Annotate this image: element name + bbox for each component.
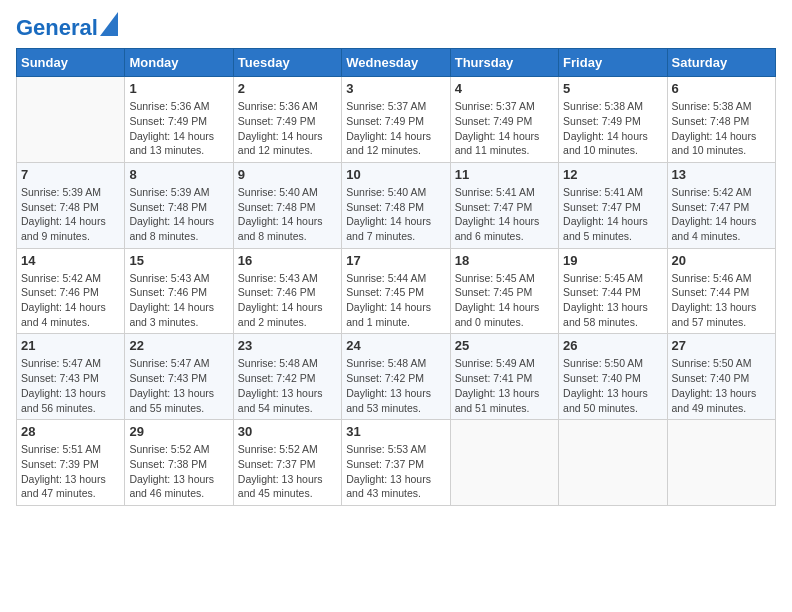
day-cell: 22 Sunrise: 5:47 AMSunset: 7:43 PMDaylig… (125, 334, 233, 420)
day-cell (17, 77, 125, 163)
day-number: 24 (346, 338, 445, 353)
day-cell: 31 Sunrise: 5:53 AMSunset: 7:37 PMDaylig… (342, 420, 450, 506)
day-info: Sunrise: 5:39 AMSunset: 7:48 PMDaylight:… (129, 185, 228, 244)
day-info: Sunrise: 5:49 AMSunset: 7:41 PMDaylight:… (455, 356, 554, 415)
day-number: 2 (238, 81, 337, 96)
day-cell (667, 420, 775, 506)
day-info: Sunrise: 5:42 AMSunset: 7:46 PMDaylight:… (21, 271, 120, 330)
day-info: Sunrise: 5:51 AMSunset: 7:39 PMDaylight:… (21, 442, 120, 501)
day-cell: 3 Sunrise: 5:37 AMSunset: 7:49 PMDayligh… (342, 77, 450, 163)
day-number: 18 (455, 253, 554, 268)
day-info: Sunrise: 5:36 AMSunset: 7:49 PMDaylight:… (129, 99, 228, 158)
day-cell: 30 Sunrise: 5:52 AMSunset: 7:37 PMDaylig… (233, 420, 341, 506)
day-info: Sunrise: 5:48 AMSunset: 7:42 PMDaylight:… (238, 356, 337, 415)
day-info: Sunrise: 5:40 AMSunset: 7:48 PMDaylight:… (346, 185, 445, 244)
day-number: 25 (455, 338, 554, 353)
day-number: 17 (346, 253, 445, 268)
day-number: 13 (672, 167, 771, 182)
day-cell: 5 Sunrise: 5:38 AMSunset: 7:49 PMDayligh… (559, 77, 667, 163)
day-cell: 26 Sunrise: 5:50 AMSunset: 7:40 PMDaylig… (559, 334, 667, 420)
day-cell: 4 Sunrise: 5:37 AMSunset: 7:49 PMDayligh… (450, 77, 558, 163)
day-info: Sunrise: 5:52 AMSunset: 7:37 PMDaylight:… (238, 442, 337, 501)
col-header-wednesday: Wednesday (342, 49, 450, 77)
day-info: Sunrise: 5:38 AMSunset: 7:49 PMDaylight:… (563, 99, 662, 158)
day-number: 12 (563, 167, 662, 182)
day-cell: 21 Sunrise: 5:47 AMSunset: 7:43 PMDaylig… (17, 334, 125, 420)
day-cell: 24 Sunrise: 5:48 AMSunset: 7:42 PMDaylig… (342, 334, 450, 420)
day-cell: 10 Sunrise: 5:40 AMSunset: 7:48 PMDaylig… (342, 162, 450, 248)
day-cell: 17 Sunrise: 5:44 AMSunset: 7:45 PMDaylig… (342, 248, 450, 334)
day-number: 11 (455, 167, 554, 182)
svg-marker-0 (100, 12, 118, 36)
day-number: 6 (672, 81, 771, 96)
day-number: 22 (129, 338, 228, 353)
day-cell: 18 Sunrise: 5:45 AMSunset: 7:45 PMDaylig… (450, 248, 558, 334)
page-header: General (16, 16, 776, 36)
day-info: Sunrise: 5:47 AMSunset: 7:43 PMDaylight:… (21, 356, 120, 415)
calendar-table: SundayMondayTuesdayWednesdayThursdayFrid… (16, 48, 776, 506)
day-number: 19 (563, 253, 662, 268)
day-info: Sunrise: 5:46 AMSunset: 7:44 PMDaylight:… (672, 271, 771, 330)
day-number: 28 (21, 424, 120, 439)
day-number: 7 (21, 167, 120, 182)
day-info: Sunrise: 5:53 AMSunset: 7:37 PMDaylight:… (346, 442, 445, 501)
day-cell: 1 Sunrise: 5:36 AMSunset: 7:49 PMDayligh… (125, 77, 233, 163)
day-info: Sunrise: 5:38 AMSunset: 7:48 PMDaylight:… (672, 99, 771, 158)
day-cell: 14 Sunrise: 5:42 AMSunset: 7:46 PMDaylig… (17, 248, 125, 334)
week-row-3: 14 Sunrise: 5:42 AMSunset: 7:46 PMDaylig… (17, 248, 776, 334)
day-cell: 27 Sunrise: 5:50 AMSunset: 7:40 PMDaylig… (667, 334, 775, 420)
logo-icon (100, 12, 118, 36)
day-info: Sunrise: 5:43 AMSunset: 7:46 PMDaylight:… (129, 271, 228, 330)
day-number: 9 (238, 167, 337, 182)
day-number: 16 (238, 253, 337, 268)
day-info: Sunrise: 5:45 AMSunset: 7:44 PMDaylight:… (563, 271, 662, 330)
day-cell: 7 Sunrise: 5:39 AMSunset: 7:48 PMDayligh… (17, 162, 125, 248)
day-number: 26 (563, 338, 662, 353)
day-number: 31 (346, 424, 445, 439)
day-cell: 2 Sunrise: 5:36 AMSunset: 7:49 PMDayligh… (233, 77, 341, 163)
day-cell: 11 Sunrise: 5:41 AMSunset: 7:47 PMDaylig… (450, 162, 558, 248)
logo-text-line1: General (16, 16, 98, 40)
day-cell: 16 Sunrise: 5:43 AMSunset: 7:46 PMDaylig… (233, 248, 341, 334)
day-info: Sunrise: 5:48 AMSunset: 7:42 PMDaylight:… (346, 356, 445, 415)
day-info: Sunrise: 5:41 AMSunset: 7:47 PMDaylight:… (563, 185, 662, 244)
col-header-tuesday: Tuesday (233, 49, 341, 77)
week-row-4: 21 Sunrise: 5:47 AMSunset: 7:43 PMDaylig… (17, 334, 776, 420)
day-cell: 19 Sunrise: 5:45 AMSunset: 7:44 PMDaylig… (559, 248, 667, 334)
day-number: 21 (21, 338, 120, 353)
day-number: 4 (455, 81, 554, 96)
day-info: Sunrise: 5:41 AMSunset: 7:47 PMDaylight:… (455, 185, 554, 244)
day-cell: 13 Sunrise: 5:42 AMSunset: 7:47 PMDaylig… (667, 162, 775, 248)
day-info: Sunrise: 5:37 AMSunset: 7:49 PMDaylight:… (346, 99, 445, 158)
day-number: 1 (129, 81, 228, 96)
day-cell: 20 Sunrise: 5:46 AMSunset: 7:44 PMDaylig… (667, 248, 775, 334)
header-row: SundayMondayTuesdayWednesdayThursdayFrid… (17, 49, 776, 77)
day-cell: 8 Sunrise: 5:39 AMSunset: 7:48 PMDayligh… (125, 162, 233, 248)
day-number: 5 (563, 81, 662, 96)
day-info: Sunrise: 5:47 AMSunset: 7:43 PMDaylight:… (129, 356, 228, 415)
day-number: 29 (129, 424, 228, 439)
week-row-5: 28 Sunrise: 5:51 AMSunset: 7:39 PMDaylig… (17, 420, 776, 506)
day-cell: 23 Sunrise: 5:48 AMSunset: 7:42 PMDaylig… (233, 334, 341, 420)
day-info: Sunrise: 5:39 AMSunset: 7:48 PMDaylight:… (21, 185, 120, 244)
day-info: Sunrise: 5:36 AMSunset: 7:49 PMDaylight:… (238, 99, 337, 158)
day-info: Sunrise: 5:43 AMSunset: 7:46 PMDaylight:… (238, 271, 337, 330)
week-row-2: 7 Sunrise: 5:39 AMSunset: 7:48 PMDayligh… (17, 162, 776, 248)
col-header-friday: Friday (559, 49, 667, 77)
day-cell: 9 Sunrise: 5:40 AMSunset: 7:48 PMDayligh… (233, 162, 341, 248)
day-cell: 25 Sunrise: 5:49 AMSunset: 7:41 PMDaylig… (450, 334, 558, 420)
col-header-saturday: Saturday (667, 49, 775, 77)
week-row-1: 1 Sunrise: 5:36 AMSunset: 7:49 PMDayligh… (17, 77, 776, 163)
day-number: 3 (346, 81, 445, 96)
day-number: 8 (129, 167, 228, 182)
col-header-monday: Monday (125, 49, 233, 77)
day-number: 14 (21, 253, 120, 268)
day-info: Sunrise: 5:42 AMSunset: 7:47 PMDaylight:… (672, 185, 771, 244)
day-cell: 15 Sunrise: 5:43 AMSunset: 7:46 PMDaylig… (125, 248, 233, 334)
day-number: 30 (238, 424, 337, 439)
day-cell: 29 Sunrise: 5:52 AMSunset: 7:38 PMDaylig… (125, 420, 233, 506)
day-cell: 6 Sunrise: 5:38 AMSunset: 7:48 PMDayligh… (667, 77, 775, 163)
day-info: Sunrise: 5:40 AMSunset: 7:48 PMDaylight:… (238, 185, 337, 244)
day-cell: 12 Sunrise: 5:41 AMSunset: 7:47 PMDaylig… (559, 162, 667, 248)
day-info: Sunrise: 5:37 AMSunset: 7:49 PMDaylight:… (455, 99, 554, 158)
